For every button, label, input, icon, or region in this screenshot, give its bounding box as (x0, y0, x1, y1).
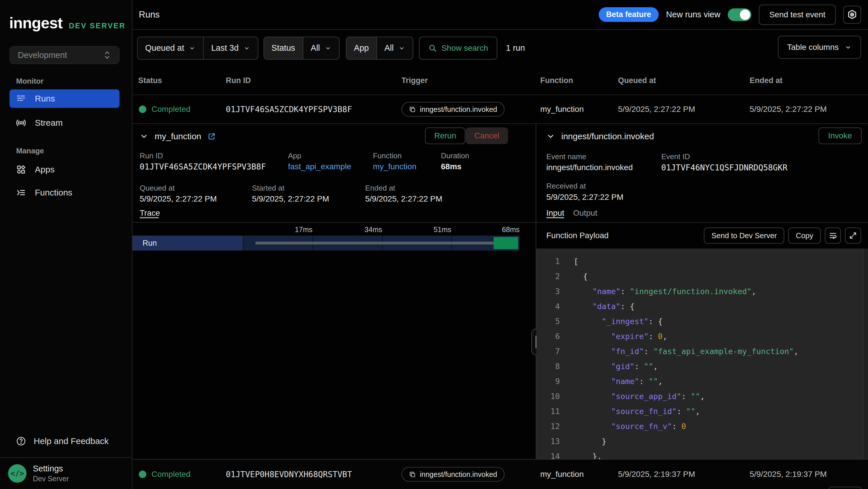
app-filter-select[interactable]: All (376, 37, 413, 59)
function-name: my_function (540, 470, 584, 479)
time-range-select[interactable]: Last 3d (203, 37, 257, 59)
sidebar-item-functions[interactable]: Functions (9, 183, 120, 202)
run-id-label: Run ID (140, 151, 163, 160)
copy-button[interactable]: Copy (788, 228, 821, 243)
run-id: 01JTVEP0H8EVDNYXH68QRSTVBT (226, 470, 352, 479)
show-search-button[interactable]: Show search (419, 37, 497, 60)
active-tab-underline (140, 217, 159, 218)
run-count: 1 run (506, 43, 525, 53)
code-line: 7 "fn_id": "fast_api_example-my_function… (536, 344, 868, 359)
sidebar-item-stream[interactable]: Stream (9, 114, 120, 132)
chevron-down-icon (398, 45, 405, 52)
trigger-name: inngest/function.invoked (420, 105, 497, 114)
table-row[interactable]: Completed 01JTVF46SA5ZCDK4YPFSPV3B8F inn… (132, 95, 868, 124)
run-id: 01JTVF46SA5ZCDK4YPFSPV3B8F (226, 105, 352, 114)
cancel-button[interactable]: Cancel (466, 127, 508, 144)
invoke-button[interactable]: Invoke (818, 127, 862, 144)
send-to-dev-server-button[interactable]: Send to Dev Server (704, 228, 784, 243)
app-filter: App All (346, 37, 413, 60)
chevron-down-icon (844, 44, 852, 51)
rerun-button[interactable]: Rerun (425, 127, 465, 144)
code-line: 5 "_inngest": { (536, 314, 868, 329)
col-header-trigger: Trigger (401, 76, 428, 85)
trace-tick: 51ms (424, 226, 451, 234)
toggle-knob (740, 9, 750, 20)
code-line: 11 "source_fn_id": "", (536, 404, 868, 419)
code-line: 2 { (536, 269, 868, 284)
settings-entry[interactable]: </> Settings Dev Server (0, 457, 132, 489)
tab-input[interactable]: Input (546, 208, 564, 218)
code-line: 3 "name": "inngest/function.invoked", (536, 284, 868, 299)
environment-select[interactable]: Development (9, 46, 120, 64)
time-field-select[interactable]: Queued at (138, 37, 203, 59)
chevron-down-icon[interactable] (546, 132, 555, 141)
run-details-panel: my_function Rerun Cancel Run ID 01JTVF46… (132, 124, 536, 459)
main-area: Runs Beta feature New runs view Send tes… (132, 0, 868, 489)
app-label: App (288, 151, 301, 160)
chevron-down-icon[interactable] (140, 132, 148, 141)
code-line: 8 "gid": "", (536, 359, 868, 374)
page-title: Runs (139, 9, 159, 20)
table-columns-button[interactable]: Table columns (778, 36, 861, 59)
status-filter-select[interactable]: All (303, 37, 339, 59)
sidebar-item-runs[interactable]: Runs (9, 89, 120, 108)
sidebar-item-label: Runs (35, 94, 55, 104)
help-label: Help and Feedback (34, 436, 108, 446)
time-field-value: Queued at (145, 43, 184, 53)
environment-select-value: Development (18, 51, 67, 60)
payload-code-editor[interactable]: 1[2 {3 "name": "inngest/function.invoked… (536, 249, 868, 459)
event-id-label: Event ID (661, 152, 690, 161)
code-avatar-icon: </> (8, 464, 27, 483)
chevron-down-icon (243, 45, 250, 52)
table-row[interactable]: Completed 01JTVEP0H8EVDNYXH68QRSTVBT inn… (132, 459, 868, 489)
trigger-badge[interactable]: inngest/function.invoked (401, 467, 504, 482)
sidebar-item-label: Stream (35, 118, 63, 128)
received-at-label: Received at (546, 182, 586, 191)
app-logo: inngest DEV SERVER (9, 14, 126, 32)
function-link[interactable]: my_function (373, 162, 416, 171)
status-filter-value: All (311, 43, 320, 53)
stream-icon (16, 118, 26, 128)
event-name-label: Event name (546, 152, 586, 161)
trigger-badge[interactable]: inngest/function.invoked (401, 102, 504, 117)
col-header-run-id: Run ID (226, 76, 251, 85)
wrap-lines-icon (829, 231, 837, 240)
external-link-icon[interactable] (208, 132, 216, 140)
gear-icon (847, 9, 858, 20)
ended-at: 5/9/2025, 2:27:22 PM (750, 105, 827, 114)
settings-subtitle: Dev Server (33, 474, 69, 483)
new-runs-view-label: New runs view (666, 10, 720, 19)
send-test-event-button[interactable]: Send test event (759, 5, 836, 25)
expand-payload-button[interactable] (845, 228, 861, 243)
new-runs-view-toggle[interactable] (728, 8, 751, 21)
help-and-feedback[interactable]: Help and Feedback (9, 432, 120, 450)
help-icon (16, 436, 26, 446)
started-at-value: 5/9/2025, 2:27:22 PM (252, 194, 329, 204)
dev-server-tag: DEV SERVER (69, 21, 126, 30)
search-icon (428, 44, 437, 53)
status-dot (139, 106, 146, 113)
dev-server-settings-button[interactable] (843, 6, 861, 24)
trace-span-row[interactable]: Run (132, 235, 520, 251)
trace-duration-bar (255, 241, 494, 244)
apps-icon (16, 164, 26, 175)
queued-at: 5/9/2025, 2:27:22 PM (618, 105, 695, 114)
expand-icon (849, 232, 857, 239)
trace-step-block[interactable] (494, 237, 518, 249)
trace-tick: 68ms (492, 226, 520, 234)
trace-tabs: Trace (132, 206, 536, 223)
run-status: Completed (152, 470, 190, 479)
ended-at-value: 5/9/2025, 2:27:22 PM (365, 194, 442, 204)
status-filter-label: Status (264, 37, 303, 59)
expanded-run-panel: my_function Rerun Cancel Run ID 01JTVF46… (132, 124, 868, 459)
tab-trace[interactable]: Trace (140, 208, 159, 218)
event-title: inngest/function.invoked (561, 132, 654, 141)
app-link[interactable]: fast_api_example (288, 162, 351, 171)
sidebar-item-apps[interactable]: Apps (9, 160, 120, 179)
cutoff-button (829, 487, 861, 489)
code-scrollbar[interactable] (863, 249, 868, 459)
tab-output[interactable]: Output (573, 208, 597, 218)
duration-label: Duration (441, 151, 469, 160)
wrap-lines-button[interactable] (825, 228, 841, 243)
filter-bar: Queued at Last 3d Status All (132, 30, 868, 66)
